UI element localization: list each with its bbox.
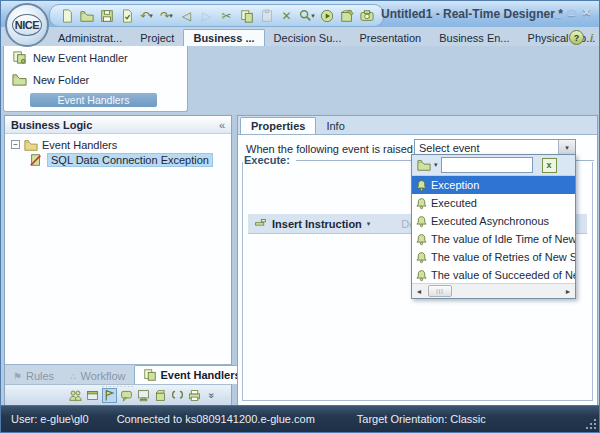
business-logic-header: Business Logic « [5, 116, 231, 134]
tab-info[interactable]: Info [316, 118, 354, 134]
excel-export-icon[interactable]: x [542, 158, 557, 173]
maximize-button[interactable]: □ [568, 6, 575, 19]
check-in-icon[interactable] [118, 7, 135, 24]
strip-grip-dots[interactable]: ········· [102, 382, 135, 391]
app-logo-label: NICE [12, 14, 42, 36]
cut-icon[interactable]: ✂ [218, 7, 235, 24]
tab-rules-label: Rules [26, 370, 54, 382]
package-view-icon[interactable] [153, 388, 168, 403]
redo-icon[interactable]: ↷▾ [158, 7, 175, 24]
scroll-left-icon[interactable]: ◄ [412, 288, 426, 295]
status-connection: Connected to ks0809141200.e-glue.com [117, 413, 315, 425]
insert-instruction-caret-icon[interactable]: ▾ [367, 220, 371, 228]
save-icon[interactable] [98, 7, 115, 24]
quick-access-toolbar: ↶▾ ↷▾ ◁ ▷ ✂ ✕ ▾ [49, 4, 384, 27]
bell-icon [415, 215, 428, 228]
bell-icon [415, 251, 428, 264]
tab-administration[interactable]: Administrat... [49, 30, 131, 46]
tree-node-event-handlers[interactable]: − Event Handlers [5, 137, 231, 152]
tree-expander-icon[interactable]: − [11, 140, 20, 149]
bindings-view-icon[interactable] [170, 388, 185, 403]
monitor-view-icon[interactable] [136, 388, 151, 403]
navigate-forward-icon[interactable]: ▷ [198, 7, 215, 24]
tab-rules[interactable]: ⚑ Rules [5, 368, 62, 384]
window-view-icon[interactable] [85, 388, 100, 403]
paste-icon[interactable] [258, 7, 275, 24]
new-folder-icon [12, 72, 27, 87]
new-document-icon[interactable] [58, 7, 75, 24]
workflow-icon: ∴ [70, 371, 76, 382]
new-folder-button[interactable]: New Folder [6, 69, 185, 90]
status-bar: User: e-glue\gl0 Connected to ks08091412… [1, 405, 599, 432]
run-icon[interactable] [318, 7, 335, 24]
status-user: User: e-glue\gl0 [11, 413, 89, 425]
collapse-panel-icon[interactable]: « [219, 119, 225, 131]
business-logic-panel: Business Logic « − Event Handlers SQL Da… [4, 115, 232, 406]
event-dropdown-popup: ▾ x Exception Executed Executed Asynchro… [411, 154, 576, 299]
window-title: Untitled1 - Real-Time Designer * [381, 7, 563, 21]
users-view-icon[interactable] [68, 388, 83, 403]
help-icon[interactable]: ? [569, 30, 584, 45]
ribbon-group-label[interactable]: Event Handlers [30, 93, 157, 107]
event-option-executed-async[interactable]: Executed Asynchronous [412, 212, 575, 230]
event-option-succeeded[interactable]: The value of Succeeded of New Se [412, 266, 575, 284]
filter-caret-icon[interactable]: ▾ [434, 161, 438, 169]
new-event-handler-label: New Event Handler [33, 52, 128, 64]
copy-icon[interactable] [238, 7, 255, 24]
event-option-exception[interactable]: Exception [412, 176, 575, 194]
bell-icon [415, 179, 428, 192]
new-event-handler-button[interactable]: New Event Handler [6, 47, 185, 68]
scroll-right-icon[interactable]: ► [561, 288, 575, 295]
event-search-input[interactable] [441, 157, 533, 173]
tree-node-label-selected: SQL Data Connection Exception [47, 153, 213, 167]
close-button[interactable]: ✕ [582, 6, 591, 19]
bell-icon [415, 197, 428, 210]
bell-icon [415, 269, 428, 282]
event-handler-exception-icon [29, 153, 43, 167]
toolbar-overflow-icon[interactable]: ⋮ [365, 9, 375, 19]
package-icon[interactable] [338, 7, 355, 24]
tab-properties[interactable]: Properties [240, 117, 316, 134]
insert-instruction-button[interactable]: Insert Instruction [272, 218, 362, 230]
scrollbar-thumb[interactable]: ||| [428, 285, 452, 297]
app-logo-button[interactable]: NICE [5, 3, 49, 47]
tab-business[interactable]: Business ... [183, 29, 264, 46]
title-bar: NICE ↶▾ ↷▾ ◁ ▷ ✂ ✕ ▾ ⋮ Untitled1 - Real-… [1, 1, 599, 27]
tab-project[interactable]: Project [131, 30, 183, 46]
event-handlers-tree: − Event Handlers SQL Data Connection Exc… [5, 134, 231, 167]
event-handlers-icon [143, 368, 157, 382]
tree-node-label: Event Handlers [42, 139, 117, 151]
rules-flag-icon: ⚑ [13, 371, 22, 382]
resize-grip[interactable] [586, 419, 596, 429]
popup-horizontal-scrollbar[interactable]: ◄ ||| ► [412, 283, 575, 298]
ribbon: New Event Handler New Folder Event Handl… [1, 46, 599, 114]
window-controls: _ □ ✕ [555, 6, 591, 19]
tab-business-entities[interactable]: Business En... [430, 30, 518, 46]
new-folder-label: New Folder [33, 74, 89, 86]
insert-instruction-icon [254, 217, 267, 230]
new-event-handler-icon [12, 50, 27, 65]
strip-more-icon[interactable]: » [204, 388, 219, 403]
tree-node-sql-exception[interactable]: SQL Data Connection Exception [5, 152, 231, 167]
undo-icon[interactable]: ↶▾ [138, 7, 155, 24]
tab-presentation[interactable]: Presentation [350, 30, 430, 46]
navigate-back-icon[interactable]: ◁ [178, 7, 195, 24]
event-option-retries[interactable]: The value of Retries of New Serve [412, 248, 575, 266]
tab-decision[interactable]: Decision Su... [265, 30, 351, 46]
filter-folder-icon [417, 158, 431, 172]
open-icon[interactable] [78, 7, 95, 24]
event-option-idle-time[interactable]: The value of Idle Time of New Serv [412, 230, 575, 248]
delete-icon[interactable]: ✕ [278, 7, 295, 24]
event-handlers-group: New Event Handler New Folder Event Handl… [3, 46, 188, 112]
properties-tab-bar: Properties Info [238, 116, 597, 135]
folder-icon [24, 138, 38, 152]
bell-icon [415, 233, 428, 246]
search-icon[interactable]: ▾ [298, 7, 315, 24]
tab-event-handlers[interactable]: Event Handlers [134, 365, 250, 384]
info-icon[interactable]: i [590, 32, 593, 44]
printer-view-icon[interactable] [187, 388, 202, 403]
minimize-button[interactable]: _ [555, 6, 561, 19]
event-option-executed[interactable]: Executed [412, 194, 575, 212]
ribbon-tab-bar: Administrat... Project Business ... Deci… [1, 27, 599, 46]
left-panel-tabs: ⚑ Rules ∴ Workflow Event Handlers [5, 364, 231, 384]
